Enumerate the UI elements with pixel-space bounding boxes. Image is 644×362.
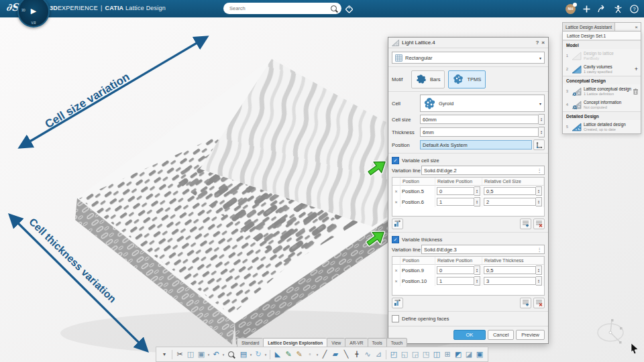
tab-standard[interactable]: Standard: [237, 338, 263, 347]
preview-button[interactable]: Preview: [516, 330, 545, 340]
link-view-icon[interactable]: ◪: [464, 348, 474, 361]
assistant-item-cavity-volumes[interactable]: 2 Cavity volumes 1 cavity specified +: [563, 62, 641, 76]
view-side-icon[interactable]: ◳: [421, 348, 431, 361]
dialog-close-icon[interactable]: ×: [541, 40, 545, 46]
tab-tools[interactable]: Tools: [368, 338, 386, 347]
distribution-graph-button[interactable]: [392, 298, 403, 308]
copy-icon[interactable]: ◫: [185, 348, 196, 361]
dialog-help-icon[interactable]: ?: [535, 40, 539, 46]
section-view-icon[interactable]: ⊞: [442, 348, 453, 361]
assistant-tab[interactable]: Lattice Design Assistant: [563, 23, 615, 31]
remove-table-row-button[interactable]: [533, 298, 545, 308]
tab-ar-vr[interactable]: AR-VR: [345, 338, 367, 347]
3ds-community-icon[interactable]: [614, 5, 623, 13]
view-iso-icon[interactable]: ◰: [388, 348, 399, 361]
stepper[interactable]: ▴▾: [536, 265, 542, 275]
view-front-icon[interactable]: ◱: [399, 348, 410, 361]
axis-system-tool-icon[interactable]: ╋: [352, 348, 362, 361]
tab-view[interactable]: View: [327, 338, 345, 347]
search-icon[interactable]: [331, 5, 337, 11]
relative-position-input[interactable]: 0: [437, 187, 474, 195]
stepper[interactable]: ▴▾: [474, 186, 480, 196]
delete-icon[interactable]: [633, 88, 639, 95]
thickness-stepper[interactable]: ▴▾: [539, 127, 545, 137]
position-name[interactable]: Position.10: [400, 276, 435, 286]
distribution-graph-button[interactable]: [392, 219, 403, 229]
define-opening-faces-checkbox[interactable]: [392, 315, 399, 322]
cone-tool-icon[interactable]: ⊿: [373, 348, 384, 361]
assistant-item-lattice-detailed-design[interactable]: 5 Lattice detailed design Created, up to…: [563, 120, 641, 133]
delete-row-icon[interactable]: ×: [392, 276, 400, 286]
stepper[interactable]: ▴▾: [536, 276, 542, 286]
lattice-design-set[interactable]: Lattice Design Set.1: [563, 32, 641, 40]
add-content-icon[interactable]: [583, 5, 590, 13]
user-avatar[interactable]: NH: [566, 4, 576, 14]
variation-line-input[interactable]: Solid.6\Edge.2 ⋮: [421, 166, 545, 175]
remove-table-row-button[interactable]: [533, 219, 545, 229]
motif-bars-button[interactable]: Bars: [411, 70, 445, 88]
assistant-item-design-to-lattice[interactable]: 1 Design to lattice PartBody: [563, 49, 641, 62]
assistant-item-lattice-conceptual-design[interactable]: 3 Lattice conceptual design 1 Lattice de…: [563, 84, 641, 98]
paste-icon[interactable]: ▣: [196, 348, 207, 361]
more-options-icon[interactable]: ⋮: [537, 168, 543, 174]
delete-row-icon[interactable]: ×: [392, 196, 400, 207]
update-menu-caret-icon[interactable]: ▾: [264, 353, 268, 357]
variable-thickness-checkbox[interactable]: ✓: [392, 236, 399, 243]
axis-line-tool-icon[interactable]: ╲: [341, 348, 352, 361]
global-search[interactable]: [223, 3, 341, 14]
motif-tpms-button[interactable]: TPMS: [448, 70, 486, 88]
tab-lattice-design-exploration[interactable]: Lattice Design Exploration: [263, 338, 327, 347]
pattern-type-dropdown[interactable]: Rectangular ▾: [392, 52, 545, 64]
lattice-tool-icon[interactable]: ◣: [272, 348, 283, 361]
stepper[interactable]: ▴▾: [474, 276, 480, 286]
add-table-row-button[interactable]: [520, 298, 531, 308]
undo-icon[interactable]: ↶: [211, 348, 221, 361]
undo-menu-caret-icon[interactable]: ▾: [221, 353, 225, 357]
cut-icon[interactable]: ✂: [174, 348, 185, 361]
assistant-close-icon[interactable]: ×: [632, 24, 641, 30]
variation-line-input[interactable]: Solid.6\Edge.3 ⋮: [421, 245, 545, 254]
cancel-button[interactable]: Cancel: [488, 330, 514, 340]
position-name[interactable]: Position.9: [400, 265, 435, 276]
search-input[interactable]: [228, 5, 331, 12]
catalog-icon[interactable]: ▤: [238, 348, 249, 361]
cell-type-dropdown[interactable]: Gyroid ▾: [420, 95, 545, 112]
relative-position-input[interactable]: 1: [437, 277, 474, 285]
add-cavity-icon[interactable]: +: [635, 66, 639, 72]
thickness-input[interactable]: 6mm: [420, 127, 539, 137]
compass-play-icon[interactable]: ▶: [31, 7, 36, 15]
hide-show-icon[interactable]: ◫: [431, 348, 442, 361]
sketch-icon[interactable]: ✎: [283, 348, 294, 361]
dialog-titlebar[interactable]: Light Lattice.4 ? ×: [388, 38, 548, 48]
position-name[interactable]: Position.6: [400, 196, 435, 207]
ok-button[interactable]: OK: [453, 330, 486, 340]
share-icon[interactable]: [598, 5, 606, 13]
stepper[interactable]: ▴▾: [474, 265, 480, 275]
line-tool-icon[interactable]: ╱: [319, 348, 330, 361]
delete-row-icon[interactable]: ×: [392, 265, 400, 276]
stepper[interactable]: ▴▾: [536, 186, 542, 196]
search-tool-icon[interactable]: [228, 351, 234, 357]
position-name[interactable]: Position.5: [400, 186, 435, 196]
relative-thickness-input[interactable]: 3: [484, 277, 536, 285]
relative-position-input[interactable]: 1: [437, 198, 474, 206]
plane-tool-icon[interactable]: ▰: [330, 348, 341, 361]
cell-size-stepper[interactable]: ▴▾: [539, 114, 545, 125]
add-table-row-button[interactable]: [520, 219, 531, 229]
variable-cell-size-checkbox[interactable]: ✓: [392, 157, 399, 164]
relative-thickness-input[interactable]: 0,5: [484, 266, 536, 274]
position-input[interactable]: Default Axis System: [420, 140, 532, 149]
axis-system-picker-button[interactable]: [533, 139, 545, 150]
clipping-box-icon[interactable]: ▣: [474, 348, 485, 361]
zoom-area-icon[interactable]: ◩: [453, 348, 464, 361]
curve-tool-icon[interactable]: ∿: [362, 348, 373, 361]
delete-row-icon[interactable]: ×: [392, 186, 400, 196]
view-top-icon[interactable]: ◲: [410, 348, 421, 361]
assistant-item-concept-information[interactable]: 4 Concept information Not computed: [563, 98, 641, 111]
help-icon[interactable]: ?: [630, 5, 639, 13]
stepper[interactable]: ▴▾: [474, 197, 480, 206]
stepper[interactable]: ▴▾: [536, 197, 542, 206]
relative-cell-size-input[interactable]: 2: [484, 198, 536, 206]
more-options-icon[interactable]: ⋮: [537, 247, 543, 253]
update-icon[interactable]: ↻: [253, 348, 264, 361]
